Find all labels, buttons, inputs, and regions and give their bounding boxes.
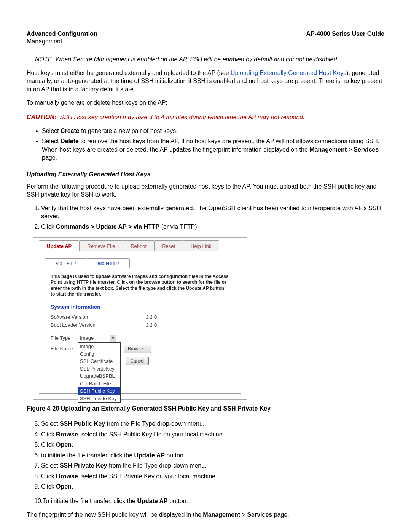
label-software-version: Software Version — [51, 314, 146, 321]
header-subsection: Management — [27, 38, 384, 45]
embedded-ui-panel: Update AP Retrieve File Reboot Reset Hel… — [33, 237, 247, 400]
sysinfo-title: System Information — [51, 304, 236, 311]
list-item: Click Open. — [41, 441, 384, 449]
label-bootloader-version: Boot Loader Version — [51, 322, 146, 329]
list-item: Select Create to generate a new pair of … — [42, 127, 384, 135]
step-10: 10.To initiate the file transfer, click … — [27, 497, 384, 505]
paragraph-manual: To manually generate or delete host keys… — [27, 99, 384, 107]
dropdown-option[interactable]: SSH Private Key — [78, 395, 120, 403]
top-tabs: Update AP Retrieve File Reboot Reset Hel… — [33, 238, 247, 251]
dropdown-option[interactable]: SSL Certificate — [78, 358, 120, 365]
paragraph-fingerprint: The fingerprint of the new SSH public ke… — [27, 511, 384, 519]
subheading-upload: Uploading Externally Generated Host Keys — [27, 170, 384, 179]
file-type-select[interactable]: Image ▼ — [78, 334, 116, 342]
dropdown-option[interactable]: CLI Batch File — [78, 380, 120, 388]
cancel-button[interactable]: Cancel — [126, 357, 148, 365]
value-software-version: 3.1.0 — [146, 314, 157, 321]
paragraph-upload-intro: Perform the following procedure to uploa… — [27, 182, 384, 199]
dropdown-option-selected[interactable]: SSH Public Key — [78, 387, 120, 395]
list-item: Click Open. — [41, 482, 384, 491]
row-bootloader-version: Boot Loader Version 3.1.0 — [51, 322, 236, 329]
caution-paragraph: CAUTION: SSH Host key creation may take … — [27, 113, 384, 121]
sub-tabs: via TFTP via HTTP — [33, 251, 247, 268]
panel-description: This page is used to update software ima… — [51, 274, 229, 297]
footer-rule — [27, 530, 384, 530]
row-software-version: Software Version 3.1.0 — [51, 314, 236, 321]
tab-update-ap[interactable]: Update AP — [39, 240, 80, 251]
tab-reboot[interactable]: Reboot — [123, 240, 155, 251]
tab-reset[interactable]: Reset — [154, 240, 183, 251]
subtab-via-http[interactable]: via HTTP — [87, 258, 130, 268]
dropdown-option[interactable]: Config — [78, 350, 120, 358]
caution-text: SSH Host key creation may take 3 to 4 mi… — [60, 114, 305, 120]
browse-button[interactable]: Browse... — [124, 345, 151, 353]
list-item: Select SSH Public Key from the File Type… — [41, 420, 384, 428]
bullet-list: Select Create to generate a new pair of … — [27, 127, 384, 162]
paragraph-hostkeys: Host keys must either be generated exter… — [27, 69, 384, 94]
header-guide-title: AP-4000 Series User Guide — [306, 30, 384, 37]
list-item: Verify that the host keys have been exte… — [41, 204, 384, 220]
update-panel: This page is used to update software ima… — [39, 268, 241, 394]
figure-caption: Figure 4-20 Uploading an Externally Gene… — [27, 404, 384, 413]
row-file-type: File Type Image ▼ Image Config SSL Certi… — [51, 334, 236, 342]
file-type-value: Image — [80, 335, 110, 342]
note-paragraph: NOTE: When Secure Management is enabled … — [35, 55, 384, 64]
tab-help-link[interactable]: Help Link — [183, 240, 219, 251]
list-item: to initiate the file transfer, click the… — [41, 451, 384, 460]
dropdown-option[interactable]: UpgradeBSPBL — [78, 372, 120, 380]
subtab-via-tftp[interactable]: via TFTP — [45, 258, 87, 268]
list-item: Click Browse, select the SSH Private Key… — [41, 472, 384, 481]
label-file-name: File Name — [51, 345, 78, 352]
caution-label: CAUTION: — [27, 114, 56, 120]
header-section-title: Advanced Configuration — [27, 30, 97, 37]
tab-retrieve-file[interactable]: Retrieve File — [79, 240, 123, 251]
note-text: When Secure Management is enabled on the… — [55, 56, 339, 62]
chevron-down-icon: ▼ — [110, 335, 116, 342]
steps-1-2: Verify that the host keys have been exte… — [27, 204, 384, 231]
dropdown-option[interactable]: Image — [78, 343, 120, 350]
note-label: NOTE: — [35, 56, 54, 62]
list-item: Click Browse, select the SSH Public Key … — [41, 430, 384, 439]
dropdown-option[interactable]: SSL PrivateKey — [78, 365, 120, 373]
list-item: Click Commands > Update AP > via HTTP (o… — [41, 223, 384, 231]
label-file-type: File Type — [51, 334, 78, 342]
header-rule — [27, 48, 384, 48]
value-bootloader-version: 3.1.0 — [146, 322, 157, 329]
list-item: Select SSH Private Key from the File Typ… — [41, 462, 384, 470]
steps-3-9: Select SSH Public Key from the File Type… — [27, 420, 384, 491]
link-upload-hostkeys[interactable]: Uploading Externally Generated Host Keys — [231, 70, 346, 76]
list-item: Select Delete to remove the host keys fr… — [42, 137, 384, 162]
file-type-dropdown[interactable]: Image Config SSL Certificate SSL Private… — [78, 342, 121, 403]
